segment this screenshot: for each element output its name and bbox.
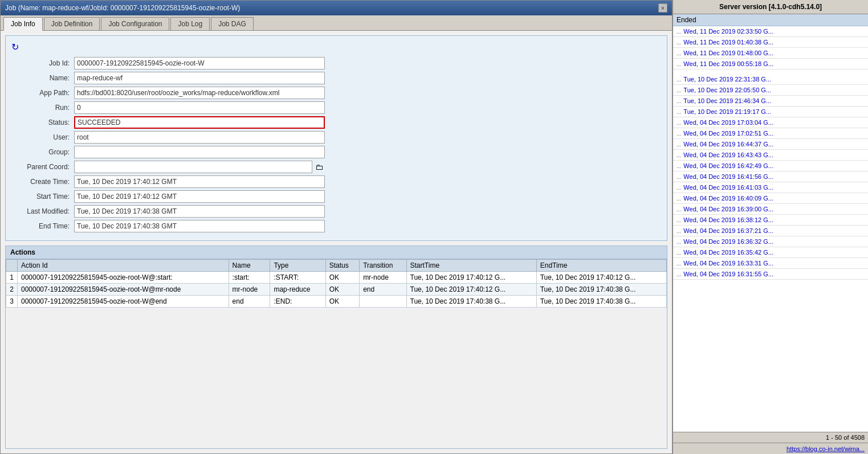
item-dots: ...: [677, 239, 681, 245]
end-time-input[interactable]: [74, 220, 325, 232]
refresh-button[interactable]: ↻: [11, 42, 19, 52]
name-row: Name:: [11, 72, 661, 84]
status-label: Status:: [11, 118, 74, 126]
list-item[interactable]: ... Wed, 11 Dec 2019 00:55:18 G...: [673, 59, 868, 69]
list-item[interactable]: ... Tue, 10 Dec 2019 21:19:17 G...: [673, 107, 868, 117]
list-item[interactable]: ... Wed, 04 Dec 2019 16:41:03 G...: [673, 182, 868, 193]
run-value-wrapper: [74, 101, 325, 114]
job-id-input[interactable]: [74, 57, 325, 69]
end-time-row: End Time:: [11, 220, 661, 232]
list-item[interactable]: ... Wed, 04 Dec 2019 16:40:09 G...: [673, 193, 868, 204]
item-text: Wed, 04 Dec 2019 16:37:21 G...: [683, 227, 773, 234]
item-text: Wed, 04 Dec 2019 16:36:32 G...: [683, 238, 773, 245]
status-cell: OK: [325, 272, 359, 284]
parent-coord-row: Parent Coord: 🗀: [11, 161, 661, 173]
last-modified-input[interactable]: [74, 205, 325, 218]
item-text: Wed, 11 Dec 2019 01:48:00 G...: [683, 50, 773, 56]
create-time-input[interactable]: [74, 175, 325, 188]
tab-job-info[interactable]: Job Info: [3, 17, 43, 31]
list-item[interactable]: ... Wed, 04 Dec 2019 16:42:49 G...: [673, 161, 868, 171]
list-item[interactable]: ... Tue, 10 Dec 2019 22:31:38 G...: [673, 74, 868, 85]
type-cell: :END:: [270, 296, 325, 308]
col-transition: Transition: [360, 260, 406, 272]
table-row[interactable]: 3 0000007-191209225815945-oozie-root-W@e…: [6, 296, 667, 308]
item-dots: ...: [677, 206, 681, 212]
item-dots: ...: [677, 87, 681, 93]
right-panel-footer: 1 - 50 of 4508: [673, 432, 868, 443]
list-item[interactable]: ... Wed, 11 Dec 2019 01:48:00 G...: [673, 48, 868, 59]
parent-coord-input[interactable]: [74, 161, 312, 173]
app-path-input[interactable]: [74, 87, 325, 99]
name-label: Name:: [11, 74, 74, 82]
end-time-value-wrapper: [74, 220, 325, 232]
app-path-value-wrapper: [74, 87, 325, 99]
tab-job-log[interactable]: Job Log: [170, 17, 210, 30]
tab-job-definition[interactable]: Job Definition: [44, 17, 100, 30]
user-input[interactable]: [74, 131, 325, 144]
user-row: User:: [11, 131, 661, 144]
right-panel-list[interactable]: ... Wed, 11 Dec 2019 02:33:50 G... ... W…: [673, 26, 868, 432]
action-id-cell: 0000007-191209225815945-oozie-root-W@mr-…: [18, 284, 229, 296]
list-item[interactable]: ... Wed, 04 Dec 2019 16:38:12 G...: [673, 215, 868, 226]
last-modified-value-wrapper: [74, 205, 325, 218]
group-input[interactable]: [74, 146, 325, 158]
right-panel-title: Server version [4.1.0-cdh5.14.0]: [673, 0, 868, 14]
col-type: Type: [270, 260, 325, 272]
job-id-row: Job Id:: [11, 57, 661, 69]
status-value-wrapper: [74, 116, 325, 129]
item-text: Wed, 04 Dec 2019 16:39:00 G...: [683, 206, 773, 212]
name-cell: end: [229, 296, 270, 308]
status-cell: OK: [325, 296, 359, 308]
table-row[interactable]: 2 0000007-191209225815945-oozie-root-W@m…: [6, 284, 667, 296]
item-text: Wed, 04 Dec 2019 16:42:49 G...: [683, 162, 773, 169]
name-input[interactable]: [74, 72, 325, 84]
list-item[interactable]: ... Wed, 04 Dec 2019 16:33:31 G...: [673, 258, 868, 269]
job-id-label: Job Id:: [11, 59, 74, 67]
list-item[interactable]: ... Wed, 04 Dec 2019 16:36:32 G...: [673, 236, 868, 247]
transition-cell: mr-node: [360, 272, 406, 284]
list-item[interactable]: ... Wed, 04 Dec 2019 16:31:55 G...: [673, 269, 868, 280]
start-time-value-wrapper: [74, 190, 325, 203]
list-item[interactable]: ... Wed, 04 Dec 2019 16:43:43 G...: [673, 150, 868, 161]
actions-table-wrapper[interactable]: Action Id Name Type Status Transition St…: [6, 259, 667, 448]
group-row: Group:: [11, 146, 661, 158]
start-time-input[interactable]: [74, 190, 325, 203]
list-item[interactable]: ... Wed, 04 Dec 2019 16:35:42 G...: [673, 247, 868, 258]
run-label: Run:: [11, 104, 74, 112]
list-item[interactable]: ... Wed, 04 Dec 2019 17:03:04 G...: [673, 117, 868, 128]
close-button[interactable]: ×: [658, 3, 667, 13]
row-num: 3: [6, 296, 18, 308]
list-item[interactable]: ... Wed, 04 Dec 2019 16:41:56 G...: [673, 171, 868, 182]
actions-header: Actions: [6, 246, 667, 259]
list-item[interactable]: ... Wed, 04 Dec 2019 16:39:00 G...: [673, 204, 868, 215]
item-text: Wed, 04 Dec 2019 16:41:56 G...: [683, 173, 773, 180]
list-item[interactable]: ... Wed, 04 Dec 2019 16:44:37 G...: [673, 139, 868, 150]
run-input[interactable]: [74, 101, 325, 114]
parent-coord-label: Parent Coord:: [11, 163, 74, 171]
start-time-cell: Tue, 10 Dec 2019 17:40:12 G...: [406, 284, 536, 296]
item-dots: ...: [677, 76, 681, 83]
tab-job-dag[interactable]: Job DAG: [211, 17, 254, 30]
col-num: [6, 260, 18, 272]
folder-icon[interactable]: 🗀: [313, 161, 325, 173]
item-text: Wed, 11 Dec 2019 00:55:18 G...: [683, 60, 773, 67]
status-link[interactable]: https://blog.co-in.net/wima...: [787, 445, 865, 452]
app-path-row: App Path:: [11, 87, 661, 99]
item-text: Wed, 04 Dec 2019 16:40:09 G...: [683, 195, 773, 202]
name-cell: :start:: [229, 272, 270, 284]
tab-job-configuration[interactable]: Job Configuration: [101, 17, 169, 30]
right-panel-column-header: Ended: [673, 14, 868, 26]
main-dialog: Job (Name: map-reduce-wf/JobId: 0000007-…: [0, 0, 673, 454]
list-item[interactable]: ... Wed, 04 Dec 2019 16:37:21 G...: [673, 226, 868, 236]
table-row[interactable]: 1 0000007-191209225815945-oozie-root-W@:…: [6, 272, 667, 284]
status-input[interactable]: [74, 116, 325, 129]
start-time-cell: Tue, 10 Dec 2019 17:40:12 G...: [406, 272, 536, 284]
transition-cell: end: [360, 284, 406, 296]
parent-coord-value-wrapper: 🗀: [74, 161, 325, 173]
list-item[interactable]: ... Tue, 10 Dec 2019 21:46:34 G...: [673, 96, 868, 107]
list-item[interactable]: ... Wed, 11 Dec 2019 02:33:50 G...: [673, 26, 868, 37]
list-item[interactable]: ... Wed, 11 Dec 2019 01:40:38 G...: [673, 37, 868, 48]
item-dots: ...: [677, 195, 681, 202]
list-item[interactable]: ... Tue, 10 Dec 2019 22:05:50 G...: [673, 85, 868, 96]
list-item[interactable]: ... Wed, 04 Dec 2019 17:02:51 G...: [673, 128, 868, 139]
